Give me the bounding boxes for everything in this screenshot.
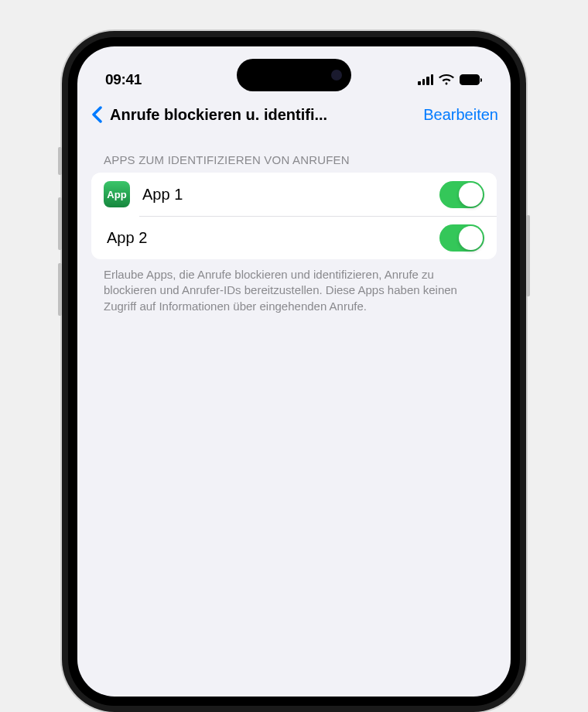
cellular-signal-icon	[418, 74, 433, 85]
app-toggle[interactable]	[439, 181, 484, 208]
phone-frame: 09:41	[62, 31, 526, 712]
toggle-knob	[459, 183, 483, 207]
section-footer: Erlaube Apps, die Anrufe blockieren und …	[91, 259, 497, 322]
volume-down-button	[58, 263, 62, 316]
navigation-bar: Anrufe blockieren u. identifi... Bearbei…	[77, 96, 511, 135]
dynamic-island	[237, 59, 351, 91]
battery-icon	[460, 74, 483, 86]
app-label: App 2	[107, 229, 427, 247]
app-row: App App 2	[91, 216, 497, 259]
page-title: Anrufe blockieren u. identifi...	[110, 106, 417, 124]
silence-switch	[58, 147, 62, 175]
screen: 09:41	[77, 46, 511, 697]
phone-bezel: 09:41	[68, 37, 520, 706]
content-area: APPS ZUM IDENTIFIZIEREN VON ANRUFEN App …	[77, 135, 511, 322]
section-header: APPS ZUM IDENTIFIZIEREN VON ANRUFEN	[91, 135, 497, 173]
status-icons	[418, 74, 483, 86]
edit-button[interactable]: Bearbeiten	[423, 106, 498, 124]
apps-list: App App 1 App App 2	[91, 173, 497, 259]
power-button	[526, 215, 530, 296]
app-row: App App 1	[91, 173, 497, 216]
app-toggle[interactable]	[439, 224, 484, 252]
back-button[interactable]	[90, 105, 104, 124]
status-time: 09:41	[105, 71, 142, 88]
volume-up-button	[58, 197, 62, 250]
app-label: App 1	[142, 186, 427, 204]
app-icon: App	[104, 181, 130, 207]
wifi-icon	[439, 74, 454, 86]
toggle-knob	[459, 226, 483, 250]
